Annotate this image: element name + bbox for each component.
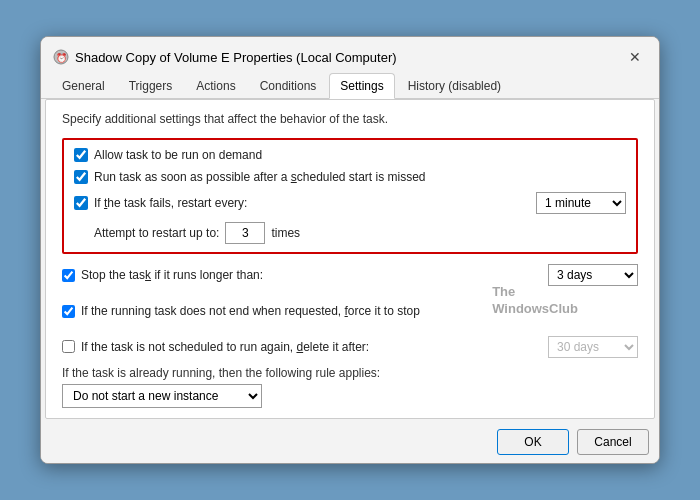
window-icon: ⏰	[53, 49, 69, 65]
description-text: Specify additional settings that affect …	[62, 112, 638, 126]
delete-checkbox[interactable]	[62, 340, 75, 353]
delete-label: If the task is not scheduled to run agai…	[81, 340, 542, 354]
restart-fails-checkbox[interactable]	[74, 196, 88, 210]
tab-conditions[interactable]: Conditions	[249, 73, 328, 98]
tab-triggers[interactable]: Triggers	[118, 73, 184, 98]
tab-settings[interactable]: Settings	[329, 73, 394, 99]
button-row: OK Cancel	[41, 423, 659, 463]
highlighted-settings-box: Allow task to be run on demand Run task …	[62, 138, 638, 254]
allow-demand-label: Allow task to be run on demand	[94, 148, 626, 162]
stop-long-label: Stop the task if it runs longer than:	[81, 268, 542, 282]
times-label: times	[271, 226, 300, 240]
running-rule-row: Do not start a new instance Run a new in…	[62, 384, 638, 408]
force-stop-label: If the running task does not end when re…	[81, 304, 546, 318]
delete-duration-dropdown[interactable]: 30 days 60 days 90 days 180 days 1 year	[548, 336, 638, 358]
allow-demand-row: Allow task to be run on demand	[74, 148, 626, 162]
run-asap-label: Run task as soon as possible after a sch…	[94, 170, 626, 184]
restart-fails-label: If the task fails, restart every:	[94, 196, 530, 210]
stop-long-row: Stop the task if it runs longer than: 1 …	[62, 264, 638, 286]
attempt-restart-row: Attempt to restart up to: times	[74, 222, 626, 244]
title-bar: ⏰ Shadow Copy of Volume E Properties (Lo…	[41, 37, 659, 73]
dialog-window: ⏰ Shadow Copy of Volume E Properties (Lo…	[40, 36, 660, 464]
restart-fails-row: If the task fails, restart every: 1 minu…	[74, 192, 626, 214]
force-stop-checkbox[interactable]	[62, 305, 75, 318]
stop-long-checkbox[interactable]	[62, 269, 75, 282]
running-rule-label: If the task is already running, then the…	[62, 366, 638, 380]
force-stop-row: If the running task does not end when re…	[62, 294, 638, 328]
svg-text:⏰: ⏰	[56, 52, 68, 64]
close-button[interactable]: ✕	[623, 45, 647, 69]
tab-actions[interactable]: Actions	[185, 73, 246, 98]
window-title: Shadow Copy of Volume E Properties (Loca…	[75, 50, 397, 65]
attempt-input[interactable]	[225, 222, 265, 244]
title-bar-left: ⏰ Shadow Copy of Volume E Properties (Lo…	[53, 49, 397, 65]
ok-button[interactable]: OK	[497, 429, 569, 455]
stop-duration-dropdown[interactable]: 1 hour 2 hours 4 hours 8 hours 1 day 3 d…	[548, 264, 638, 286]
cancel-button[interactable]: Cancel	[577, 429, 649, 455]
tab-bar: General Triggers Actions Conditions Sett…	[41, 73, 659, 99]
run-asap-row: Run task as soon as possible after a sch…	[74, 170, 626, 184]
tab-general[interactable]: General	[51, 73, 116, 98]
run-asap-checkbox[interactable]	[74, 170, 88, 184]
delete-row: If the task is not scheduled to run agai…	[62, 336, 638, 358]
running-rule-dropdown[interactable]: Do not start a new instance Run a new in…	[62, 384, 262, 408]
settings-content: Specify additional settings that affect …	[45, 99, 655, 419]
allow-demand-checkbox[interactable]	[74, 148, 88, 162]
tab-history[interactable]: History (disabled)	[397, 73, 512, 98]
restart-interval-dropdown[interactable]: 1 minute 5 minutes 10 minutes 30 minutes…	[536, 192, 626, 214]
attempt-label: Attempt to restart up to:	[94, 226, 219, 240]
